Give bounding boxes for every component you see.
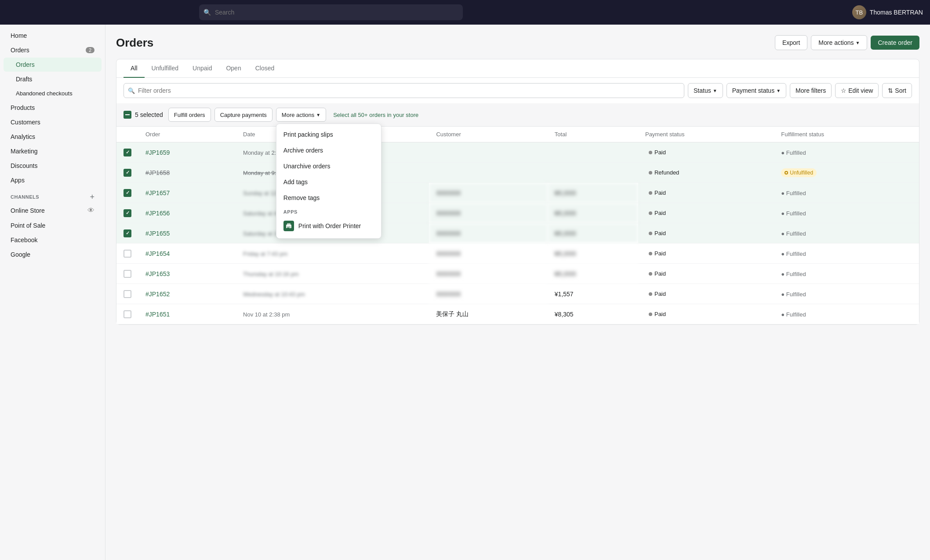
row-checkbox[interactable] [124, 290, 131, 298]
sidebar-item-analytics[interactable]: Analytics [4, 130, 102, 144]
capture-payments-button[interactable]: Capture payments [214, 108, 272, 122]
sort-button[interactable]: ⇅ Sort [882, 83, 912, 98]
global-search-input[interactable] [199, 4, 463, 20]
dropdown-item-print-order-printer[interactable]: Print with Order Printer [276, 216, 381, 236]
row-checkbox[interactable] [124, 149, 131, 156]
dropdown-item-remove-tags[interactable]: Remove tags [276, 190, 381, 206]
top-bar: 🔍 TB Thomas BERTRAN [0, 0, 930, 25]
th-customer[interactable]: Customer [429, 127, 547, 142]
dropdown-item-unarchive[interactable]: Unarchive orders [276, 158, 381, 174]
row-fulfillment-status: ● Fulfilled [774, 142, 919, 163]
row-amount: ¥8,305 [548, 304, 638, 324]
tab-closed[interactable]: Closed [248, 59, 282, 78]
svg-rect-2 [287, 227, 291, 227]
row-order-num[interactable]: #JP1657 [138, 183, 236, 203]
search-icon: 🔍 [203, 9, 211, 16]
payment-status-filter-button[interactable]: Payment status ▼ [727, 83, 786, 98]
row-amount: ¥X,XXX [548, 264, 638, 284]
sidebar-item-products[interactable]: Products [4, 101, 102, 115]
row-fulfillment-status: ● Fulfilled [774, 304, 919, 324]
row-amount: ¥X,XXX [548, 244, 638, 264]
payment-chevron: ▼ [776, 88, 781, 93]
row-payment-status: Paid [638, 183, 774, 203]
row-order-num[interactable]: #JP1651 [138, 304, 236, 324]
row-checkbox[interactable] [124, 209, 131, 217]
row-order-num[interactable]: #JP1659 [138, 142, 236, 163]
row-amount: ¥1,557 [548, 284, 638, 304]
sidebar-item-apps[interactable]: Apps [4, 173, 102, 187]
table-row[interactable]: #JP1657Sunday at 12:37 amXXXXXX¥X,XXXPai… [116, 183, 919, 203]
table-row[interactable]: #JP1656Saturday at 4:14 pmXXXXXX¥X,XXXPa… [116, 203, 919, 223]
row-order-num[interactable]: #JP1658 [138, 163, 236, 183]
tab-open[interactable]: Open [219, 59, 248, 78]
sidebar-item-google[interactable]: Google [4, 247, 102, 262]
dropdown-item-add-tags[interactable]: Add tags [276, 174, 381, 190]
sidebar-item-drafts[interactable]: Drafts [4, 72, 102, 86]
row-checkbox[interactable] [124, 189, 131, 197]
th-payment[interactable]: Payment status [638, 127, 774, 142]
table-row[interactable]: #JP1651Nov 10 at 2:38 pm美保子 丸山¥8,305Paid… [116, 304, 919, 324]
more-filters-button[interactable]: More filters [790, 83, 832, 98]
sidebar-item-abandoned[interactable]: Abandoned checkouts [4, 87, 102, 100]
row-amount [548, 163, 638, 183]
sidebar-item-facebook[interactable]: Facebook [4, 233, 102, 247]
dropdown-item-print-packing[interactable]: Print packing slips [276, 127, 381, 142]
row-checkbox-cell [116, 142, 138, 163]
th-order[interactable]: Order [138, 127, 236, 142]
row-order-num[interactable]: #JP1654 [138, 244, 236, 264]
th-fulfillment[interactable]: Fulfillment status [774, 127, 919, 142]
content-area: Orders Export More actions ▼ Create orde… [105, 25, 930, 560]
row-fulfillment-status: ● Fulfilled [774, 203, 919, 223]
row-checkbox-cell [116, 284, 138, 304]
dropdown-item-archive[interactable]: Archive orders [276, 142, 381, 158]
row-checkbox[interactable] [124, 169, 131, 177]
table-row[interactable]: #JP1652Wednesday at 10:43 pmXXXXXX¥1,557… [116, 284, 919, 304]
tab-unfulfilled[interactable]: Unfulfilled [145, 59, 185, 78]
sidebar-item-customers[interactable]: Customers [4, 115, 102, 129]
tab-all[interactable]: All [124, 59, 145, 78]
status-filter-button[interactable]: Status ▼ [688, 83, 723, 98]
sidebar-item-home[interactable]: Home [4, 29, 102, 43]
row-checkbox[interactable] [124, 250, 131, 258]
row-order-num[interactable]: #JP1655 [138, 223, 236, 244]
row-order-num[interactable]: #JP1652 [138, 284, 236, 304]
export-button[interactable]: Export [775, 35, 807, 50]
table-row[interactable]: #JP1654Friday at 7:43 pmXXXXXX¥X,XXXPaid… [116, 244, 919, 264]
th-total[interactable]: Total [548, 127, 638, 142]
table-row[interactable]: #JP1658Monday at 9:16 amRefundedUnfulfil… [116, 163, 919, 183]
tab-unpaid[interactable]: Unpaid [185, 59, 219, 78]
row-payment-status: Paid [638, 284, 774, 304]
row-checkbox[interactable] [124, 229, 131, 237]
row-order-num[interactable]: #JP1653 [138, 264, 236, 284]
row-checkbox[interactable] [124, 270, 131, 278]
filters-row: 🔍 Status ▼ Payment status ▼ More filters… [116, 78, 919, 103]
more-actions-button[interactable]: More actions ▼ [811, 35, 867, 50]
sidebar-item-online-store[interactable]: Online Store 👁 [4, 203, 102, 218]
filter-orders-input[interactable] [124, 83, 684, 98]
table-row[interactable]: #JP1653Thursday at 10:16 pmXXXXXX¥X,XXXP… [116, 264, 919, 284]
select-all-checkbox[interactable] [124, 111, 131, 119]
more-actions-dropdown-button[interactable]: More actions ▼ [276, 108, 326, 122]
row-checkbox[interactable] [124, 310, 131, 318]
page-title: Orders [116, 36, 153, 50]
edit-view-button[interactable]: ☆ Edit view [835, 83, 879, 98]
sidebar-item-orders-sub[interactable]: Orders [4, 58, 102, 72]
fulfill-orders-button[interactable]: Fulfill orders [168, 108, 211, 122]
more-actions-menu: Print packing slips Archive orders Unarc… [276, 124, 381, 239]
row-amount: ¥X,XXX [548, 203, 638, 223]
select-all-link[interactable]: Select all 50+ orders in your store [333, 112, 418, 118]
row-checkbox-cell [116, 264, 138, 284]
row-checkbox-cell [116, 304, 138, 324]
svg-rect-1 [287, 223, 291, 225]
eye-icon: 👁 [87, 207, 94, 215]
sidebar-item-point-of-sale[interactable]: Point of Sale [4, 218, 102, 233]
channels-label: CHANNELS + [0, 188, 105, 203]
sidebar-item-marketing[interactable]: Marketing [4, 144, 102, 158]
sidebar-item-discounts[interactable]: Discounts [4, 159, 102, 173]
add-channel-button[interactable]: + [90, 193, 94, 201]
create-order-button[interactable]: Create order [871, 36, 919, 50]
sidebar-item-orders[interactable]: Orders 2 [4, 43, 102, 57]
row-order-num[interactable]: #JP1656 [138, 203, 236, 223]
table-row[interactable]: #JP1655Saturday at 10:52 pmXXXXXX¥X,XXXP… [116, 223, 919, 244]
table-row[interactable]: #JP1659Monday at 2:49 pmPaid● Fulfilled [116, 142, 919, 163]
